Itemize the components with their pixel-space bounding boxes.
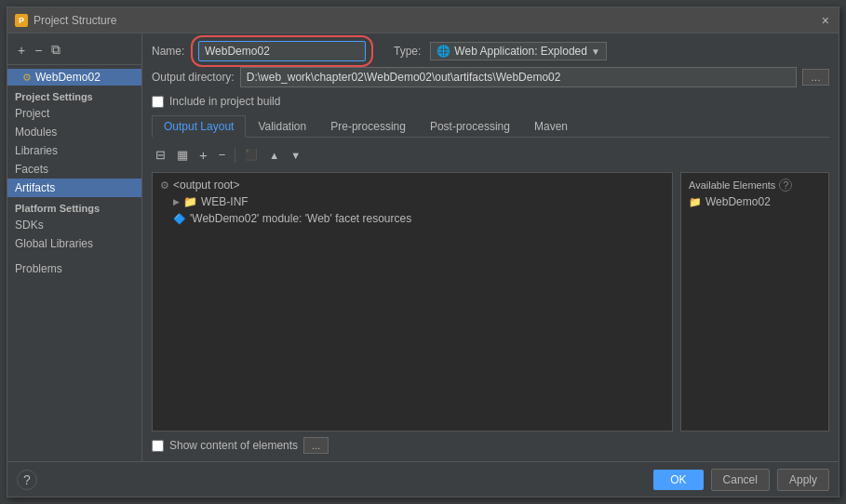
available-item-icon: 📁 bbox=[689, 196, 702, 208]
bottom-row: Show content of elements ... bbox=[152, 437, 829, 454]
artifact-icon: ⚙ bbox=[22, 72, 32, 84]
sidebar: + − ⧉ ⚙ WebDemo02 Project Settings Proje… bbox=[7, 33, 142, 461]
tree-item-web-inf[interactable]: ▶ 📁 WEB-INF bbox=[156, 193, 668, 210]
sidebar-artifact-item-webdemo02[interactable]: ⚙ WebDemo02 bbox=[7, 69, 141, 86]
project-structure-dialog: P Project Structure × + − ⧉ ⚙ WebDemo02 … bbox=[7, 7, 839, 497]
available-elements-panel: Available Elements ? 📁 WebDemo02 bbox=[680, 172, 829, 431]
available-elements-label: Available Elements bbox=[689, 179, 775, 191]
sidebar-artifacts-label: Artifacts bbox=[15, 181, 55, 194]
sidebar-facets-label: Facets bbox=[15, 163, 48, 176]
right-panel: Name: Type: 🌐 Web Application: Exploded … bbox=[142, 33, 839, 461]
dialog-footer: ? OK Cancel Apply bbox=[7, 461, 839, 497]
copy-artifact-button[interactable]: ⧉ bbox=[48, 41, 63, 59]
platform-settings-header: Platform Settings bbox=[7, 197, 141, 216]
output-dir-value: D:\web_work\chapter02\WebDemo02\out\arti… bbox=[240, 67, 797, 87]
output-dir-row: Output directory: D:\web_work\chapter02\… bbox=[152, 67, 829, 87]
tab-output-layout[interactable]: Output Layout bbox=[152, 115, 246, 138]
tab-pre-processing[interactable]: Pre-processing bbox=[318, 115, 418, 137]
output-dir-browse-button[interactable]: … bbox=[802, 69, 829, 86]
ellipsis-button[interactable]: ... bbox=[303, 437, 329, 454]
sidebar-libraries-label: Libraries bbox=[15, 144, 58, 157]
show-content-checkbox[interactable] bbox=[152, 440, 164, 452]
artifact-grid-btn[interactable]: ▦ bbox=[173, 146, 192, 164]
name-input[interactable] bbox=[198, 41, 366, 61]
remove-artifact-button[interactable]: − bbox=[32, 42, 45, 59]
sidebar-item-problems[interactable]: Problems bbox=[7, 257, 141, 277]
include-in-build-checkbox[interactable] bbox=[152, 96, 164, 108]
artifact-remove-btn[interactable]: − bbox=[215, 146, 230, 164]
problems-label: Problems bbox=[15, 262, 62, 275]
dialog-title: Project Structure bbox=[34, 14, 116, 27]
tree-item-output-root[interactable]: ⚙ <output root> bbox=[156, 177, 668, 193]
sidebar-toolbar: + − ⧉ bbox=[7, 41, 141, 65]
project-settings-header: Project Settings bbox=[7, 86, 141, 104]
sidebar-item-sdks[interactable]: SDKs bbox=[7, 216, 141, 234]
name-label: Name: bbox=[152, 45, 189, 58]
sidebar-modules-label: Modules bbox=[15, 126, 57, 139]
artifact-up-btn[interactable]: ▲ bbox=[265, 148, 283, 163]
toolbar-separator bbox=[235, 148, 235, 163]
output-root-icon: ⚙ bbox=[160, 179, 169, 192]
name-input-wrapper bbox=[198, 41, 366, 61]
type-dropdown-icon: ▼ bbox=[591, 46, 600, 57]
sidebar-item-project[interactable]: Project bbox=[7, 104, 141, 123]
expand-icon: ▶ bbox=[173, 197, 180, 206]
web-app-icon: 🌐 bbox=[436, 45, 450, 58]
cancel-button[interactable]: Cancel bbox=[711, 469, 770, 491]
available-item-webdemo02[interactable]: 📁 WebDemo02 bbox=[685, 193, 825, 210]
artifact-align-btn[interactable]: ⬛ bbox=[241, 147, 262, 163]
sidebar-sdks-label: SDKs bbox=[15, 219, 44, 232]
apply-button[interactable]: Apply bbox=[777, 469, 829, 491]
footer-right: OK Cancel Apply bbox=[653, 469, 829, 491]
sidebar-item-artifacts[interactable]: Artifacts bbox=[7, 179, 141, 197]
output-dir-label: Output directory: bbox=[152, 71, 235, 84]
available-help-icon: ? bbox=[779, 179, 792, 192]
tab-post-processing[interactable]: Post-processing bbox=[418, 115, 522, 137]
footer-left: ? bbox=[17, 470, 37, 490]
type-value: Web Application: Exploded bbox=[454, 45, 587, 58]
type-select[interactable]: 🌐 Web Application: Exploded ▼ bbox=[430, 42, 606, 60]
tabs-row: Output Layout Validation Pre-processing … bbox=[152, 115, 829, 138]
tree-item-module-resources[interactable]: 🔷 'WebDemo02' module: 'Web' facet resour… bbox=[156, 210, 668, 227]
include-in-build-row: Include in project build bbox=[152, 95, 829, 108]
type-label: Type: bbox=[394, 45, 421, 58]
output-layout-tree[interactable]: ⚙ <output root> ▶ 📁 WEB-INF 🔷 'WebDemo02… bbox=[152, 172, 673, 431]
available-item-label: WebDemo02 bbox=[705, 195, 771, 208]
folder-icon: 📁 bbox=[183, 195, 197, 208]
ok-button[interactable]: OK bbox=[653, 470, 703, 490]
artifact-add-btn[interactable]: + bbox=[195, 145, 211, 165]
title-bar-left: P Project Structure bbox=[15, 14, 116, 27]
name-row: Name: Type: 🌐 Web Application: Exploded … bbox=[152, 41, 829, 61]
help-button[interactable]: ? bbox=[17, 470, 37, 490]
available-elements-header: Available Elements ? bbox=[685, 177, 825, 193]
tab-maven[interactable]: Maven bbox=[522, 115, 580, 137]
artifact-layout-btn[interactable]: ⊟ bbox=[152, 146, 169, 164]
sidebar-item-libraries[interactable]: Libraries bbox=[7, 141, 141, 160]
sidebar-item-global-libraries[interactable]: Global Libraries bbox=[7, 234, 141, 253]
title-bar: P Project Structure × bbox=[7, 7, 839, 33]
sidebar-item-modules[interactable]: Modules bbox=[7, 123, 141, 141]
include-in-build-label: Include in project build bbox=[169, 95, 280, 108]
sidebar-item-facets[interactable]: Facets bbox=[7, 160, 141, 179]
close-button[interactable]: × bbox=[820, 14, 831, 27]
artifact-down-btn[interactable]: ▼ bbox=[287, 148, 304, 163]
module-icon: 🔷 bbox=[173, 213, 186, 225]
artifact-toolbar: ⊟ ▦ + − ⬛ ▲ ▼ bbox=[152, 143, 829, 166]
app-icon: P bbox=[15, 14, 28, 27]
sidebar-project-label: Project bbox=[15, 107, 49, 120]
sidebar-global-libraries-label: Global Libraries bbox=[15, 237, 93, 250]
tab-validation[interactable]: Validation bbox=[246, 115, 318, 137]
layout-area: ⚙ <output root> ▶ 📁 WEB-INF 🔷 'WebDemo02… bbox=[152, 172, 829, 431]
main-content: + − ⧉ ⚙ WebDemo02 Project Settings Proje… bbox=[7, 33, 839, 461]
show-content-label: Show content of elements bbox=[169, 439, 298, 452]
artifact-item-label: WebDemo02 bbox=[35, 71, 101, 84]
add-artifact-button[interactable]: + bbox=[15, 42, 28, 59]
